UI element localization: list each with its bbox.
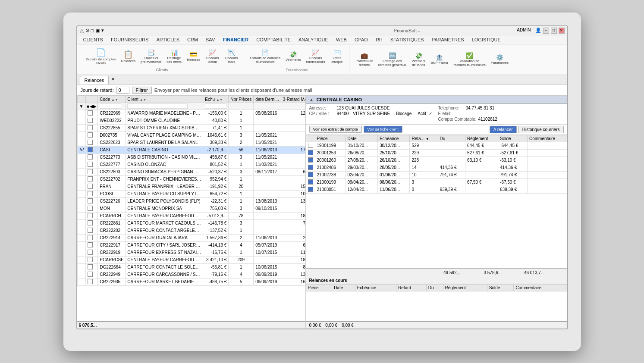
table-row[interactable]: CS222803 CASINO SUMACAS PERPIGNAN MERCAD… — [77, 168, 305, 175]
ribbon-virements[interactable]: 💸 Virements — [284, 50, 303, 63]
inv-col-retard[interactable]: Reta... ▼ — [410, 135, 438, 142]
row-check[interactable] — [86, 117, 98, 124]
row-check[interactable] — [86, 241, 98, 249]
inv-check[interactable] — [306, 171, 315, 178]
row-check[interactable] — [86, 153, 98, 161]
col-code[interactable]: Code ▲▼ — [98, 96, 126, 103]
table-row[interactable]: CR222202 CARREFOUR CONTACT ARGELES - DIS… — [77, 227, 305, 234]
row-check[interactable] — [86, 175, 98, 183]
col-nbr[interactable]: Nbr Pièces — [229, 96, 254, 103]
inv-col-reglement[interactable]: Règlement — [465, 135, 498, 142]
table-row[interactable]: CR222969 NAVARRO MARIE MADELEINE - PROXI… — [77, 110, 305, 117]
row-check[interactable] — [86, 249, 98, 256]
menu-statistiques[interactable]: STATISTIQUES — [387, 36, 427, 43]
menu-gpao[interactable]: GPAO — [351, 36, 371, 43]
row-check[interactable] — [86, 146, 98, 153]
ribbon-portefeuille[interactable]: 💼 Portefeuilled'effets — [354, 51, 374, 68]
row-check[interactable] — [86, 190, 98, 197]
menu-sav[interactable]: SAV — [202, 36, 218, 43]
menu-financier[interactable]: FINANCIER — [219, 36, 252, 43]
close-button[interactable]: ✕ — [559, 28, 565, 34]
row-check[interactable] — [86, 161, 98, 168]
row-check[interactable] — [86, 234, 98, 241]
menu-web[interactable]: WEB — [333, 36, 350, 43]
table-row[interactable]: ✎/ CASI CENTRALE CASINO -2 170,9... 56 1… — [77, 146, 305, 153]
ribbon-encours-mois[interactable]: 📉 Encoursmois — [223, 48, 240, 65]
filter-button[interactable]: Filtrer — [132, 87, 152, 94]
row-check[interactable] — [86, 227, 98, 234]
row-check[interactable] — [86, 278, 98, 285]
filter-code-input[interactable] — [100, 103, 121, 109]
col-client[interactable]: Client ▲▼ — [126, 96, 203, 103]
table-row[interactable]: CR222917 CARREFOUR CITY / SARL JOSERIJRA… — [77, 241, 305, 249]
ribbon-params[interactable]: ⚙️ Paramètres — [489, 53, 510, 66]
table-row[interactable]: FRAN CENTRALE FRANPRIX - LEADER PRICE (F… — [77, 183, 305, 190]
rel-col-date[interactable]: Date — [332, 284, 355, 291]
table-row[interactable]: CR222861 CARREFOUR MARKET CAZOULS BEZIER… — [77, 219, 305, 227]
rel-col-reglement[interactable]: Règlement — [443, 284, 487, 291]
inv-check[interactable] — [306, 178, 315, 186]
inv-col-date[interactable]: Date — [346, 135, 378, 142]
tab-close-icon[interactable]: ✕ — [110, 76, 116, 84]
table-row[interactable]: CR222914 CARREFOUR GUADALAJARA 1 567,86 … — [77, 234, 305, 241]
rel-col-commentaire[interactable]: Commentaire — [514, 284, 567, 291]
ribbon-traites[interactable]: 📑 Traites etprélèvements — [139, 48, 163, 65]
ribbon-remises[interactable]: 💳 Remises — [185, 50, 202, 63]
filter-icon1[interactable]: ■ — [87, 104, 89, 109]
table-row[interactable]: D002735 VIVAL CANET PLAGE CAMPING MAR ES… — [77, 131, 305, 139]
inv-col-piece[interactable]: Pièce — [315, 135, 346, 142]
table-row[interactable]: PCARRCH CENTRALE PAYEUR CARREFOUR CH -5 … — [77, 212, 305, 219]
voir-extrait-button[interactable]: Voir son extrait de compte — [309, 126, 362, 133]
tab-relances[interactable]: Relances — [80, 76, 109, 84]
invoice-row[interactable]: 21000199 09/04/20... 08/06/20... 3 67,50… — [306, 178, 567, 186]
col-echu[interactable]: Echu ▲▼ — [203, 96, 229, 103]
inv-check[interactable] — [306, 142, 315, 149]
table-row[interactable]: PCARRCSF CENTRALE PAYEUR CARREFOUR CSF 3… — [77, 256, 305, 263]
expand-icon[interactable]: ▲ — [309, 97, 314, 102]
client-table-scroll[interactable]: Code ▲▼ Client ▲▼ Echu ▲▼ Nbr Pièces dat… — [77, 96, 305, 321]
filter-icon2[interactable]: ◀▶ — [90, 104, 97, 109]
ribbon-lettrage[interactable]: 🔤 Lettrage descomptes généraux — [376, 51, 408, 68]
inv-col-echeance[interactable]: Echéance — [377, 135, 410, 142]
menu-parametres[interactable]: PARAMETRES — [428, 36, 468, 43]
table-row[interactable]: PCDSI CENTRALE PAYEUR CD SUPPLY INNOVATI… — [77, 190, 305, 197]
invoice-row[interactable]: 21002486 29/03/20... 28/05/20... 14 414,… — [306, 164, 567, 171]
voir-fiche-button[interactable]: Voir sa fiche client — [364, 126, 403, 133]
table-row[interactable]: CS222623 SPAR ST LAURENT DE LA SALANQUE-… — [77, 139, 305, 146]
menu-rh[interactable]: RH — [372, 36, 386, 43]
table-row[interactable]: CS222726 LEADER PRICE POLYGONDIS (FLP) -… — [77, 197, 305, 205]
inv-check[interactable] — [306, 186, 315, 193]
row-check[interactable] — [86, 168, 98, 175]
menu-fournisseurs[interactable]: FOURNISSEURS — [107, 36, 152, 43]
table-row[interactable]: CS222773 ASB DISTRIBUTION - CASINO VILLE… — [77, 153, 305, 161]
ribbon-relances[interactable]: 📋 Relances — [119, 49, 137, 64]
menu-articles[interactable]: ARTICLES — [153, 36, 183, 43]
inv-check[interactable] — [306, 164, 315, 171]
row-check[interactable] — [86, 139, 98, 146]
invoices-scroll[interactable]: Pièce Date Echéance Reta... ▼ Du Règleme… — [306, 135, 567, 268]
row-check[interactable] — [86, 110, 98, 117]
invoice-row[interactable]: 20001260 27/08/20... 26/10/20... 228 63,… — [306, 156, 567, 164]
col-retard[interactable]: 3-Retard MAX — [281, 96, 305, 103]
minimize-button[interactable]: − — [543, 28, 549, 34]
rel-col-piece[interactable]: Pièce — [306, 284, 332, 291]
inv-check[interactable] — [306, 156, 315, 164]
inv-check[interactable] — [306, 149, 315, 156]
ribbon-validation[interactable]: ✅ Validation defactures fournisseurs — [452, 51, 487, 68]
ribbon-pointage[interactable]: 📊 Pointagedes effets — [165, 48, 183, 65]
inv-col-solde[interactable]: Solde — [498, 135, 528, 142]
ribbon-encours-fourn[interactable]: 📈 Encoursfournisseurs — [305, 48, 327, 65]
arelancer-tab[interactable]: A relancer — [490, 126, 517, 133]
row-check[interactable] — [86, 256, 98, 263]
row-check[interactable] — [86, 197, 98, 205]
menu-logistique[interactable]: LOGISTIQUE — [468, 36, 504, 43]
invoice-row[interactable]: 19001199 31/10/20... 30/12/20... 529 644… — [306, 142, 567, 149]
row-check[interactable] — [86, 212, 98, 219]
ribbon-bnp[interactable]: 🏦 BNP Factor — [429, 53, 450, 66]
table-row[interactable]: CS222777 CASINO OLONZAC 801,52 € 1 11/02… — [77, 161, 305, 168]
ribbon-virement-fonds[interactable]: 💸 Virementde fonds — [410, 51, 427, 68]
menu-crm[interactable]: CRM — [184, 36, 201, 43]
col-date[interactable]: date Derni... — [254, 96, 281, 103]
row-check[interactable] — [86, 271, 98, 278]
invoice-row[interactable]: 21003051 12/04/20... 11/06/20... 0 639,3… — [306, 186, 567, 193]
